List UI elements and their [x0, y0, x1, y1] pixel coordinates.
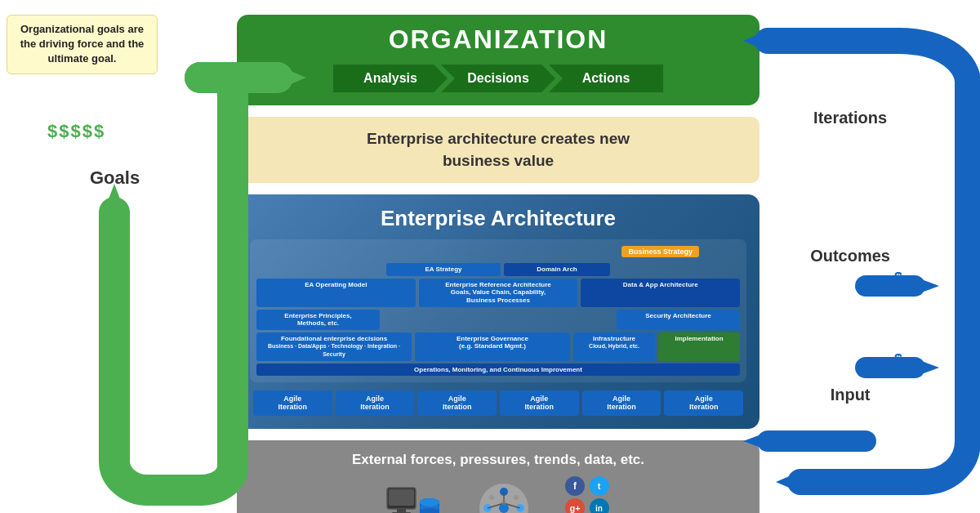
process-step-analysis: Analysis	[333, 65, 448, 92]
ea-operating-model: EA Operating Model	[256, 279, 416, 307]
ea-title: Enterprise Architecture	[250, 206, 746, 231]
business-strategy-badge: Business Strategy	[621, 246, 699, 257]
dollar-right-top: $	[894, 270, 902, 287]
network-icon	[475, 480, 532, 513]
agile-3: AgileIteration	[417, 390, 497, 417]
ea-value-box: Enterprise architecture creates newbusin…	[237, 117, 760, 183]
external-box: External forces, pressures, trends, data…	[237, 440, 760, 513]
outcomes-label: Outcomes	[810, 247, 890, 265]
iterations-label: Iterations	[810, 109, 890, 127]
computer-db-icon-group	[385, 486, 443, 513]
org-title: ORGANIZATION	[253, 25, 743, 55]
ea-diagram: Business Strategy EA Strategy Domain Arc…	[250, 239, 746, 381]
svg-rect-9	[397, 509, 406, 512]
linkedin-icon: in	[590, 498, 609, 513]
svg-marker-0	[776, 470, 804, 494]
agile-1: AgileIteration	[253, 390, 332, 417]
agile-2: AgileIteration	[336, 390, 415, 417]
main-content: ORGANIZATION Analysis Decisions Actions …	[237, 15, 760, 513]
twitter-icon: t	[590, 476, 609, 496]
implementation: Implementation	[658, 332, 740, 361]
right-labels: Iterations Outcomes Input	[810, 0, 890, 513]
dollar-signs: $$$$$	[47, 121, 105, 142]
social-grid: f t g+ in P ▶	[565, 476, 611, 513]
agile-4: AgileIteration	[500, 390, 579, 417]
enterprise-ref: Enterprise Reference ArchitectureGoals, …	[419, 279, 578, 307]
computer-db-icon	[385, 486, 443, 513]
external-title: External forces, pressures, trends, data…	[253, 452, 743, 468]
svg-point-29	[501, 500, 506, 505]
ea-value-text: Enterprise architecture creates newbusin…	[367, 130, 630, 169]
svg-point-16	[420, 498, 439, 506]
ea-strategy: EA Strategy	[386, 263, 501, 276]
organization-box: ORGANIZATION Analysis Decisions Actions	[237, 15, 760, 105]
ea-layer-3: Enterprise Principles,Methods, etc. Secu…	[256, 310, 740, 330]
goals-label: Goals	[90, 167, 140, 189]
process-row: Analysis Decisions Actions	[253, 65, 743, 92]
foundational: Foundational enterprise decisionsBusines…	[256, 332, 412, 361]
infrastructure: InfrastructureCloud, Hybrid, etc.	[573, 332, 655, 361]
annotation-box: Organizational goals are the driving for…	[7, 15, 158, 74]
svg-rect-8	[389, 489, 414, 506]
ea-principles: Enterprise Principles,Methods, etc.	[256, 310, 380, 330]
external-icons: f t g+ in P ▶	[253, 476, 743, 513]
network-icon-group	[475, 480, 532, 513]
security-arch: Security Architecture	[617, 310, 740, 330]
ea-box: Enterprise Architecture Business Strateg…	[237, 194, 760, 429]
input-label: Input	[810, 386, 890, 404]
process-step-actions: Actions	[549, 65, 663, 92]
svg-marker-2	[911, 275, 939, 297]
annotation-text: Organizational goals are the driving for…	[20, 23, 145, 65]
ea-layer-1: EA Strategy Domain Arch	[256, 263, 740, 276]
ea-layer-2: EA Operating Model Enterprise Reference …	[256, 279, 740, 307]
ea-layers: Business Strategy EA Strategy Domain Arc…	[256, 246, 740, 375]
google-icon: g+	[565, 498, 585, 513]
ea-governance: Enterprise Governance(e.g. Standard Mgmt…	[415, 332, 570, 361]
ops-bar: Operations, Monitoring, and Continuous I…	[256, 364, 740, 376]
agile-5: AgileIteration	[582, 390, 662, 417]
social-icons-group: f t g+ in P ▶	[565, 476, 611, 513]
facebook-icon: f	[565, 476, 585, 496]
svg-point-31	[514, 495, 519, 500]
agile-row: AgileIteration AgileIteration AgileItera…	[250, 390, 746, 417]
svg-marker-3	[911, 357, 939, 378]
data-app-arch: Data & App Architecture	[581, 279, 740, 307]
svg-point-30	[489, 495, 494, 500]
domain-arch: Domain Arch	[504, 263, 610, 276]
svg-marker-5	[102, 184, 127, 216]
agile-6: AgileIteration	[664, 390, 743, 417]
process-step-decisions: Decisions	[441, 65, 555, 92]
dollar-right-bot: $	[894, 351, 902, 368]
ea-layer-4: Foundational enterprise decisionsBusines…	[256, 332, 740, 361]
